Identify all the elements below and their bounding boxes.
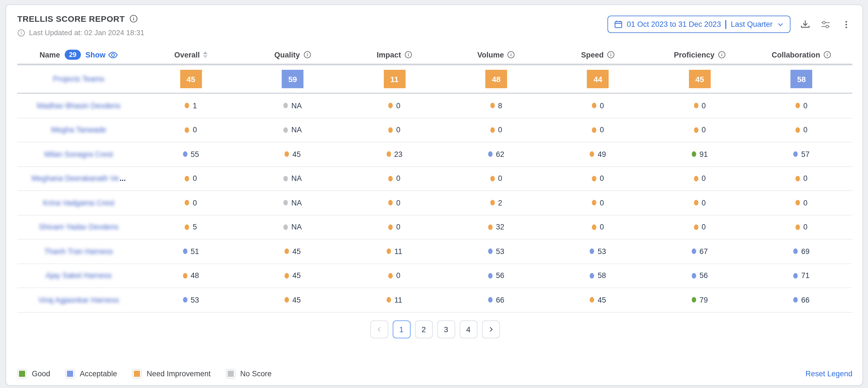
quality-info-icon[interactable] bbox=[303, 51, 311, 59]
impact-score-cell: 0 bbox=[344, 175, 445, 183]
score-value: 0 bbox=[396, 272, 401, 280]
member-name-link[interactable]: Projects Teams bbox=[53, 75, 104, 83]
sort-icon[interactable] bbox=[203, 51, 208, 58]
proficiency-info-icon[interactable] bbox=[718, 51, 725, 59]
download-icon[interactable] bbox=[799, 18, 811, 30]
score-status-dot bbox=[592, 225, 596, 230]
pagination-page-1[interactable]: 1 bbox=[393, 320, 410, 338]
table-row: Viraj Agjaonkar Harness ... 53 45 11 66 bbox=[17, 288, 852, 312]
score-value: 48 bbox=[190, 272, 199, 280]
proficiency-score-cell: 0 bbox=[649, 175, 751, 183]
member-name-link[interactable]: Viraj Agjaonkar Harness bbox=[38, 296, 119, 304]
score-status-dot bbox=[794, 273, 798, 278]
score-value: 0 bbox=[396, 223, 401, 231]
score-value: NA bbox=[291, 126, 302, 134]
member-name-link[interactable]: Meghana Deerakanath Ve bbox=[32, 175, 119, 183]
score-value: 45 bbox=[292, 272, 301, 280]
pagination-next-button[interactable] bbox=[482, 320, 500, 338]
score-value: 0 bbox=[702, 223, 706, 231]
speed-score-cell: 45 bbox=[547, 296, 649, 304]
volume-score-cell: 0 bbox=[445, 175, 547, 183]
score-status-dot bbox=[284, 176, 288, 181]
score-value: 67 bbox=[700, 247, 708, 256]
score-value: 45 bbox=[292, 247, 301, 256]
kebab-menu-icon[interactable] bbox=[840, 18, 852, 30]
score-value: 51 bbox=[190, 247, 199, 256]
speed-score-cell: 0 bbox=[547, 223, 649, 231]
pagination-prev-button[interactable] bbox=[370, 320, 388, 338]
score-status-dot bbox=[692, 273, 696, 278]
volume-score-cell: 56 bbox=[445, 272, 547, 280]
score-badge-value: 48 bbox=[492, 74, 500, 84]
member-name-link[interactable]: Shivam Yadav Devdens bbox=[39, 223, 119, 231]
overall-score-cell: 0 bbox=[140, 126, 242, 134]
score-status-dot bbox=[796, 200, 800, 206]
volume-info-icon[interactable] bbox=[507, 51, 515, 59]
impact-info-icon[interactable] bbox=[404, 51, 412, 59]
member-name-link[interactable]: Megha Tanwade bbox=[51, 126, 106, 134]
page-background: TRELLIS SCORE REPORT Last Updated at: 02… bbox=[0, 0, 868, 388]
score-value: 56 bbox=[496, 272, 504, 280]
score-value: 66 bbox=[801, 296, 810, 304]
score-value: 0 bbox=[803, 199, 807, 207]
settings-sliders-icon[interactable] bbox=[819, 18, 832, 30]
report-header: TRELLIS SCORE REPORT Last Updated at: 02… bbox=[17, 14, 852, 37]
impact-score-cell: 0 bbox=[344, 272, 445, 280]
impact-score-cell: 0 bbox=[344, 126, 445, 134]
member-count-badge: 29 bbox=[64, 50, 81, 60]
table-row: Thanh Tran Harness ... 51 45 11 53 53 bbox=[17, 239, 852, 264]
collaboration-score-cell: 0 bbox=[751, 199, 852, 207]
member-name-cell: Krina Vadgama Crest ... bbox=[17, 199, 140, 207]
reset-legend-link[interactable]: Reset Legend bbox=[806, 369, 852, 378]
score-badge: 58 bbox=[791, 70, 812, 88]
table-row: Milan Sonagra Crest ... 55 45 23 62 4 bbox=[17, 142, 852, 167]
member-name-link[interactable]: Ajay Saket Harness bbox=[45, 272, 112, 280]
legend-item-acceptable[interactable]: Acceptable bbox=[65, 369, 117, 379]
score-value: 0 bbox=[600, 199, 604, 207]
score-status-dot bbox=[490, 176, 495, 181]
score-value: 0 bbox=[193, 175, 197, 183]
speed-info-icon[interactable] bbox=[607, 51, 615, 59]
score-status-dot bbox=[796, 225, 800, 230]
score-status-dot bbox=[590, 249, 594, 254]
score-status-dot bbox=[488, 297, 493, 303]
chevron-down-icon bbox=[777, 21, 784, 28]
column-header-overall[interactable]: Overall bbox=[140, 51, 242, 59]
score-status-dot bbox=[692, 152, 696, 157]
legend-swatch-no-score bbox=[226, 369, 235, 379]
legend-item-no-score[interactable]: No Score bbox=[226, 369, 272, 379]
legend-item-good[interactable]: Good bbox=[17, 369, 50, 379]
score-value: 8 bbox=[498, 101, 502, 110]
score-value: 45 bbox=[292, 150, 301, 158]
member-name-link[interactable]: Milan Sonagra Crest bbox=[44, 150, 113, 158]
show-names-button[interactable]: Show bbox=[85, 51, 118, 59]
score-status-dot bbox=[183, 249, 187, 254]
score-value: 23 bbox=[394, 150, 402, 158]
overall-score-cell: 55 bbox=[140, 150, 242, 158]
collaboration-info-icon[interactable] bbox=[824, 51, 832, 59]
legend-item-need-improvement[interactable]: Need Improvement bbox=[132, 369, 211, 379]
score-status-dot bbox=[389, 103, 393, 109]
score-value: NA bbox=[291, 175, 302, 183]
member-name-link[interactable]: Krina Vadgama Crest bbox=[43, 199, 114, 207]
pagination-page-2[interactable]: 2 bbox=[415, 320, 433, 338]
volume-score-cell: 32 bbox=[445, 223, 547, 231]
date-range-button[interactable]: 01 Oct 2023 to 31 Dec 2023 Last Quarter bbox=[607, 16, 790, 33]
member-name-cell: Madhav Bhasin Devdens ... bbox=[17, 101, 140, 110]
collaboration-score-cell: 0 bbox=[751, 175, 852, 183]
title-info-icon[interactable] bbox=[129, 14, 137, 23]
member-name-link[interactable]: Thanh Tran Harness bbox=[44, 247, 113, 256]
score-status-dot bbox=[386, 249, 391, 254]
score-value: 58 bbox=[598, 272, 606, 280]
score-status-dot bbox=[694, 103, 698, 109]
score-status-dot bbox=[386, 152, 391, 157]
score-value: 55 bbox=[190, 150, 199, 158]
show-label: Show bbox=[85, 51, 105, 59]
score-status-dot bbox=[183, 297, 187, 303]
proficiency-score-cell: 67 bbox=[649, 247, 751, 256]
pagination-page-3[interactable]: 3 bbox=[437, 320, 455, 338]
score-value: 62 bbox=[496, 150, 504, 158]
score-status-dot bbox=[185, 127, 189, 133]
pagination-page-4[interactable]: 4 bbox=[459, 320, 477, 338]
member-name-link[interactable]: Madhav Bhasin Devdens bbox=[37, 101, 121, 110]
